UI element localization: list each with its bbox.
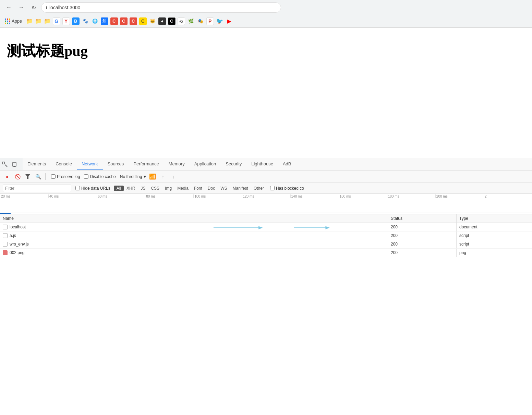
- device-toggle-icon[interactable]: [10, 160, 20, 169]
- preserve-log-checkbox[interactable]: Preserve log: [51, 174, 80, 179]
- svg-rect-1: [7, 18, 8, 20]
- tick-40ms: 40 ms: [48, 194, 97, 198]
- preserve-log-input[interactable]: [51, 174, 56, 179]
- tab-performance[interactable]: Performance: [129, 158, 164, 170]
- bookmark-c4[interactable]: C: [139, 17, 147, 25]
- tab-network[interactable]: Network: [77, 158, 103, 170]
- has-blocked-input[interactable]: [270, 186, 275, 190]
- table-row[interactable]: localhost 200 document: [0, 223, 532, 231]
- tab-adb[interactable]: AdB: [278, 158, 296, 170]
- filter-tag-manifest[interactable]: Manifest: [230, 186, 251, 191]
- filter-tag-ws[interactable]: WS: [218, 186, 230, 191]
- filter-tag-img[interactable]: Img: [162, 186, 174, 191]
- bookmark-google[interactable]: G: [53, 17, 60, 25]
- table-row[interactable]: wrs_env.js 200 script: [0, 240, 532, 249]
- bookmark-leaf[interactable]: 🌿: [187, 17, 195, 25]
- timeline-ruler: 20 ms 40 ms 60 ms 80 ms 100 ms 120 ms 14…: [0, 194, 532, 201]
- wifi-icon[interactable]: 📶: [148, 172, 157, 181]
- row-png-name: 002.png: [0, 249, 388, 257]
- bookmark-c2[interactable]: C: [120, 17, 128, 25]
- filter-tag-all[interactable]: All: [114, 186, 124, 191]
- throttle-select[interactable]: No throttling ▼: [120, 174, 147, 179]
- col-type-header[interactable]: Type: [457, 214, 532, 223]
- col-name-header[interactable]: Name: [0, 214, 388, 223]
- tick-100ms: 100 ms: [193, 194, 242, 198]
- tab-memory[interactable]: Memory: [164, 158, 190, 170]
- back-button[interactable]: ←: [4, 3, 14, 12]
- tab-lighthouse[interactable]: Lighthouse: [246, 158, 278, 170]
- tick-160ms: 160 ms: [339, 194, 387, 198]
- inspector-icon[interactable]: [0, 160, 10, 169]
- has-blocked[interactable]: Has blocked co: [270, 186, 304, 191]
- bookmark-c5[interactable]: C: [168, 17, 176, 25]
- bookmark-p[interactable]: P: [206, 17, 214, 25]
- filter-tag-css[interactable]: CSS: [148, 186, 162, 191]
- row-localhost-type: document: [457, 223, 532, 231]
- tick-80ms: 80 ms: [145, 194, 193, 198]
- address-bar[interactable]: ℹ localhost:3000: [41, 2, 281, 13]
- throttle-arrow: ▼: [143, 174, 147, 179]
- table-row[interactable]: 002.png 200 png: [0, 249, 532, 257]
- filter-tag-doc[interactable]: Doc: [205, 186, 218, 191]
- tick-60ms: 60 ms: [97, 194, 145, 198]
- apps-bookmark[interactable]: Apps: [3, 18, 24, 25]
- tab-application[interactable]: Application: [190, 158, 221, 170]
- filter-input[interactable]: [5, 186, 67, 191]
- bookmark-c1[interactable]: C: [110, 17, 118, 25]
- file-icon-png: [3, 250, 8, 255]
- bookmark-globe[interactable]: 🌐: [91, 17, 99, 25]
- search-button[interactable]: 🔍: [34, 172, 43, 181]
- forward-button[interactable]: →: [16, 3, 26, 12]
- upload-icon[interactable]: ↑: [158, 172, 167, 181]
- bookmark-folder-3[interactable]: 📁: [44, 18, 51, 24]
- bookmark-zhihu[interactable]: 知: [101, 17, 108, 25]
- refresh-button[interactable]: ↻: [29, 3, 38, 12]
- svg-rect-11: [13, 162, 16, 166]
- nav-bar: ← → ↻ ℹ localhost:3000: [0, 0, 532, 15]
- svg-rect-3: [5, 21, 6, 22]
- hide-data-urls[interactable]: Hide data URLs: [75, 186, 110, 191]
- bookmark-baidu[interactable]: 🐾: [82, 17, 89, 25]
- has-blocked-label: Has blocked co: [276, 186, 304, 191]
- bookmark-twitter[interactable]: 🐦: [216, 17, 223, 25]
- bookmark-folder-1[interactable]: 📁: [26, 18, 33, 24]
- stop-button[interactable]: 🚫: [13, 172, 22, 181]
- tab-elements[interactable]: Elements: [23, 158, 51, 170]
- filter-tag-js[interactable]: JS: [138, 186, 148, 191]
- filter-tag-font[interactable]: Font: [191, 186, 205, 191]
- bookmark-c3[interactable]: C: [130, 17, 137, 25]
- row-ajs-status: 200: [388, 231, 457, 240]
- timeline: 20 ms 40 ms 60 ms 80 ms 100 ms 120 ms 14…: [0, 194, 532, 214]
- hide-data-urls-input[interactable]: [75, 186, 80, 190]
- disable-cache-input[interactable]: [84, 174, 88, 179]
- filter-tag-media[interactable]: Media: [174, 186, 191, 191]
- page-heading: 测试标题pug: [7, 41, 525, 61]
- disable-cache-checkbox[interactable]: Disable cache: [84, 174, 116, 179]
- tick-20ms: 20 ms: [0, 194, 48, 198]
- bookmark-mushroom[interactable]: 🎭: [197, 17, 204, 25]
- tab-security[interactable]: Security: [221, 158, 246, 170]
- bookmark-yandex[interactable]: Y: [62, 17, 70, 25]
- col-status-header[interactable]: Status: [388, 214, 457, 223]
- row-wrsenv-type: script: [457, 240, 532, 248]
- filter-tag-xhr[interactable]: XHR: [124, 186, 138, 191]
- filter-input-box[interactable]: [3, 185, 71, 192]
- bookmark-folder-2[interactable]: 📁: [35, 18, 42, 24]
- record-button[interactable]: ●: [3, 172, 12, 181]
- bookmark-arrow[interactable]: ◂: [158, 17, 166, 25]
- preserve-log-label: Preserve log: [57, 174, 80, 179]
- apps-label: Apps: [12, 18, 22, 24]
- page-content: 测试标题pug: [0, 28, 532, 158]
- bookmark-cat[interactable]: 🐱: [149, 17, 156, 25]
- tab-sources[interactable]: Sources: [103, 158, 129, 170]
- tab-console[interactable]: Console: [51, 158, 77, 170]
- filter-button[interactable]: [23, 172, 32, 181]
- bookmark-youtube[interactable]: ▶: [226, 17, 233, 25]
- filter-tag-other[interactable]: Other: [251, 186, 267, 191]
- download-icon[interactable]: ↓: [169, 172, 178, 181]
- bookmark-translate[interactable]: B: [72, 17, 80, 25]
- bookmark-sqrt[interactable]: √x: [178, 17, 185, 25]
- table-row[interactable]: a.js 200 script: [0, 231, 532, 240]
- file-icon: [3, 225, 8, 229]
- svg-rect-9: [2, 162, 4, 164]
